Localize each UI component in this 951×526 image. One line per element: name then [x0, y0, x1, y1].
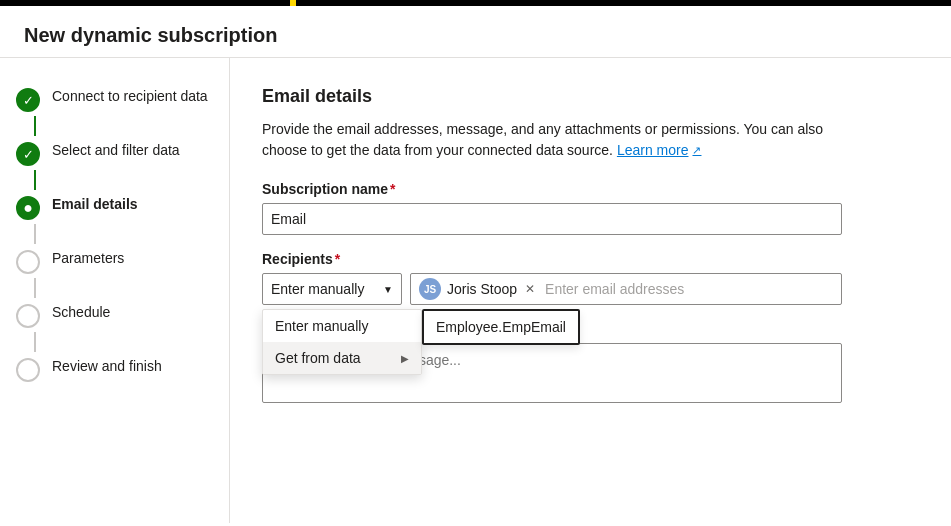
recipients-group: Recipients* Enter manually ▼ JS Joris St… — [262, 251, 842, 305]
step-label-schedule: Schedule — [52, 302, 110, 320]
learn-more-link[interactable]: Learn more ↗ — [617, 140, 702, 161]
section-title: Email details — [262, 86, 919, 107]
email-input-placeholder: Enter email addresses — [545, 281, 684, 297]
subscription-name-input[interactable] — [262, 203, 842, 235]
step-circle-schedule — [16, 304, 40, 328]
connector-2 — [34, 170, 36, 190]
remove-recipient-button[interactable]: ✕ — [525, 282, 535, 296]
required-star-recipients: * — [335, 251, 340, 267]
avatar: JS — [419, 278, 441, 300]
step-label-parameters: Parameters — [52, 248, 124, 266]
connector-1 — [34, 116, 36, 136]
page-title: New dynamic subscription — [0, 6, 951, 58]
step-circle-parameters — [16, 250, 40, 274]
check-icon-connect: ✓ — [23, 94, 34, 107]
connector-5 — [34, 332, 36, 352]
recipients-dropdown-menu: Enter manually Get from data ▶ — [262, 309, 422, 375]
email-input-area[interactable]: JS Joris Stoop ✕ Enter email addresses — [410, 273, 842, 305]
sidebar: ✓ Connect to recipient data ✓ Select and… — [0, 58, 230, 523]
dropdown-item-enter-manually[interactable]: Enter manually — [263, 310, 421, 342]
description-text: Provide the email addresses, message, an… — [262, 119, 842, 161]
step-circle-select: ✓ — [16, 142, 40, 166]
step-label-review: Review and finish — [52, 356, 162, 374]
external-link-icon: ↗ — [692, 142, 701, 159]
dropdown-item-get-from-data[interactable]: Get from data ▶ — [263, 342, 421, 374]
chevron-right-icon: ▶ — [401, 353, 409, 364]
required-star-name: * — [390, 181, 395, 197]
sidebar-item-select[interactable]: ✓ Select and filter data — [0, 136, 229, 170]
recipients-dropdown-trigger[interactable]: Enter manually ▼ — [262, 273, 402, 305]
subscription-name-group: Subscription name* — [262, 181, 842, 235]
recipient-name: Joris Stoop — [447, 281, 517, 297]
step-label-connect: Connect to recipient data — [52, 86, 208, 104]
content-area: Email details Provide the email addresse… — [230, 58, 951, 523]
step-label-email: Email details — [52, 194, 138, 212]
step-circle-connect: ✓ — [16, 88, 40, 112]
connector-3 — [34, 224, 36, 244]
sidebar-item-schedule[interactable]: Schedule — [0, 298, 229, 332]
sidebar-item-review[interactable]: Review and finish — [0, 352, 229, 386]
dot-icon-email: ● — [23, 200, 33, 216]
sidebar-item-email[interactable]: ● Email details — [0, 190, 229, 224]
subscription-name-label: Subscription name* — [262, 181, 842, 197]
progress-indicator — [290, 0, 296, 6]
recipients-label: Recipients* — [262, 251, 842, 267]
step-circle-email: ● — [16, 196, 40, 220]
sidebar-item-parameters[interactable]: Parameters — [0, 244, 229, 278]
submenu-popup[interactable]: Employee.EmpEmail — [422, 309, 580, 345]
step-circle-review — [16, 358, 40, 382]
top-bar — [0, 0, 951, 6]
dropdown-selected-label: Enter manually — [271, 281, 364, 297]
sidebar-item-connect[interactable]: ✓ Connect to recipient data — [0, 82, 229, 116]
main-layout: ✓ Connect to recipient data ✓ Select and… — [0, 58, 951, 523]
check-icon-select: ✓ — [23, 148, 34, 161]
connector-4 — [34, 278, 36, 298]
step-label-select: Select and filter data — [52, 140, 180, 158]
chevron-down-icon: ▼ — [383, 284, 393, 295]
recipients-row: Enter manually ▼ JS Joris Stoop ✕ Enter … — [262, 273, 842, 305]
